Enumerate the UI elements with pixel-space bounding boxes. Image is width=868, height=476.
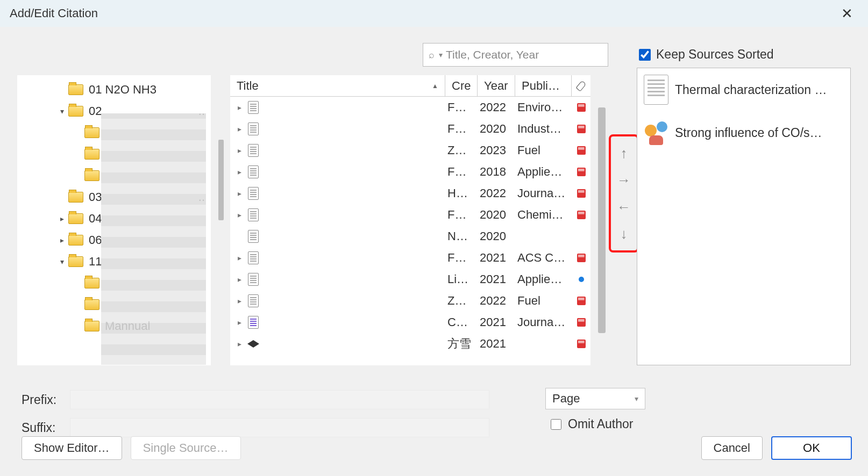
tree-caret-icon[interactable]: ▾ (55, 107, 68, 116)
item-type-icon (245, 251, 261, 264)
items-table[interactable]: Title▲ Cre Year Publi… ▸F…2022Enviro…▸F…… (230, 75, 590, 365)
row-caret-icon[interactable]: ▸ (230, 189, 245, 198)
row-caret-icon[interactable]: ▸ (230, 211, 245, 219)
item-publication: Journa… (515, 186, 572, 200)
tree-item[interactable]: 01 N2O NH3 (18, 79, 210, 100)
tree-caret-icon[interactable]: ▸ (55, 214, 68, 223)
table-row[interactable]: N…2020 (230, 226, 590, 247)
prefix-label: Prefix: (22, 393, 60, 407)
item-year: 2020 (478, 122, 515, 136)
selected-source-item[interactable]: Thermal characterization … (637, 68, 850, 111)
shared-collection-icon (644, 120, 668, 145)
keep-sorted-label: Keep Sources Sorted (656, 47, 774, 62)
table-row[interactable]: ▸H…2022Journa… (230, 183, 590, 204)
table-row[interactable]: ▸Z…2023Fuel (230, 140, 590, 161)
search-dropdown-icon[interactable]: ▾ (439, 51, 443, 59)
item-creator: F… (445, 251, 478, 265)
item-publication: Journa… (515, 315, 572, 329)
locator-type-select[interactable]: Page ▾ (545, 388, 645, 409)
add-to-selected-button[interactable]: → (617, 173, 631, 187)
table-row[interactable]: ▸Z…2022Fuel (230, 290, 590, 312)
item-creator: F… (445, 208, 478, 222)
item-year: 2021 (478, 251, 515, 265)
selected-source-item[interactable]: Strong influence of CO/s… (637, 111, 850, 154)
table-row[interactable]: ▸F…2021ACS C… (230, 247, 590, 269)
table-row[interactable]: ▸F…2022Enviro… (230, 97, 590, 118)
suffix-input[interactable] (70, 418, 489, 437)
row-caret-icon[interactable]: ▸ (230, 103, 245, 112)
row-caret-icon[interactable]: ▸ (230, 254, 245, 262)
item-attachment (572, 297, 590, 305)
table-row[interactable]: ▸C…2021Journa… (230, 312, 590, 333)
item-attachment (572, 340, 590, 348)
folder-icon (84, 321, 99, 331)
close-icon[interactable]: ✕ (836, 3, 858, 24)
chevron-down-icon: ▾ (635, 394, 638, 403)
item-type-icon (245, 122, 261, 135)
table-row[interactable]: ▸F…2018Applie… (230, 161, 590, 183)
cancel-button[interactable]: Cancel (701, 436, 763, 460)
move-up-button[interactable]: ↑ (621, 146, 628, 160)
tree-label: 11 (89, 255, 102, 269)
tree-label: 02 (89, 104, 102, 118)
show-editor-button[interactable]: Show Editor… (22, 436, 122, 460)
row-caret-icon[interactable]: ▸ (230, 146, 245, 155)
redacted-area (101, 113, 206, 365)
row-caret-icon[interactable]: ▸ (230, 340, 245, 348)
item-type-icon (245, 316, 261, 329)
suffix-label: Suffix: (22, 421, 60, 435)
selected-sources-list[interactable]: Thermal characterization …Strong influen… (637, 68, 851, 365)
move-buttons-highlighted: ↑ → ← ↓ (609, 134, 639, 253)
prefix-input[interactable] (70, 390, 489, 409)
row-caret-icon[interactable]: ▸ (230, 125, 245, 133)
splitter-handle[interactable] (218, 140, 224, 220)
keep-sources-sorted[interactable]: Keep Sources Sorted (639, 47, 774, 62)
keep-sorted-checkbox[interactable] (639, 49, 651, 61)
pdf-icon (577, 189, 586, 198)
folder-icon (68, 192, 83, 203)
table-row[interactable]: ▸Li…2021Applie… (230, 269, 590, 290)
col-year[interactable]: Year (478, 75, 515, 96)
pdf-icon (577, 146, 586, 155)
search-box[interactable]: ⌕ ▾ (423, 43, 608, 67)
tree-label: 03 (89, 190, 102, 204)
row-caret-icon[interactable]: ▸ (230, 318, 245, 327)
folder-icon (68, 84, 83, 95)
col-creator[interactable]: Cre (445, 75, 478, 96)
selected-source-label: Strong influence of CO/s… (675, 126, 844, 140)
folder-icon (84, 149, 99, 160)
item-year: 2023 (478, 143, 515, 157)
item-type-icon (245, 165, 261, 178)
row-caret-icon[interactable]: ▸ (230, 297, 245, 305)
move-down-button[interactable]: ↓ (621, 227, 628, 241)
col-attachment[interactable] (572, 75, 590, 96)
items-scrollbar[interactable] (598, 107, 606, 333)
item-attachment (572, 211, 590, 219)
item-type-icon (245, 144, 261, 157)
folders-tree[interactable]: 01 N2O NH3▾02..03..▸04▸06▾11Mannual (17, 75, 211, 365)
ok-button[interactable]: OK (771, 436, 852, 460)
row-caret-icon[interactable]: ▸ (230, 168, 245, 176)
items-header[interactable]: Title▲ Cre Year Publi… (230, 75, 590, 97)
tree-label: 04 (89, 212, 102, 226)
paperclip-icon (576, 80, 587, 91)
omit-author-row[interactable]: Omit Author (551, 417, 633, 431)
tree-caret-icon[interactable]: ▾ (55, 257, 68, 266)
pdf-icon (577, 168, 586, 176)
item-publication: Applie… (515, 272, 572, 286)
col-title[interactable]: Title▲ (230, 75, 445, 96)
table-row[interactable]: ▸方雪2021 (230, 333, 590, 355)
row-caret-icon[interactable]: ▸ (230, 275, 245, 284)
search-input[interactable] (446, 48, 602, 61)
col-publication[interactable]: Publi… (515, 75, 572, 96)
omit-author-checkbox[interactable] (551, 419, 561, 430)
folder-icon (84, 127, 99, 138)
item-creator: F… (445, 122, 478, 136)
pdf-icon (577, 211, 586, 219)
table-row[interactable]: ▸F…2020Indust… (230, 118, 590, 140)
tree-caret-icon[interactable]: ▸ (55, 236, 68, 244)
table-row[interactable]: ▸F…2020Chemi… (230, 204, 590, 226)
item-attachment (572, 254, 590, 262)
search-icon: ⌕ (429, 49, 435, 61)
remove-from-selected-button[interactable]: ← (617, 200, 631, 214)
